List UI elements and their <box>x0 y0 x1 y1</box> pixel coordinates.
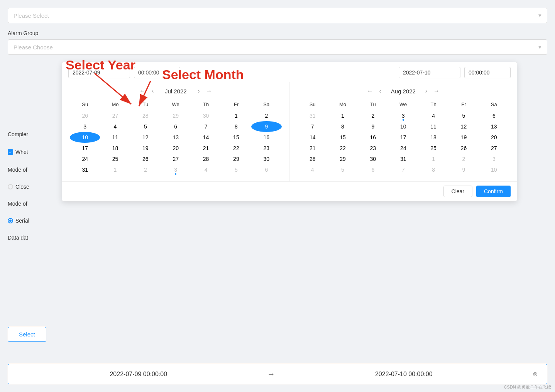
close-radio[interactable] <box>8 184 13 189</box>
whether-checkbox[interactable] <box>8 149 13 155</box>
calendar-day[interactable]: 31 <box>388 154 418 164</box>
start-time-input[interactable] <box>134 67 180 78</box>
calendar-day[interactable]: 27 <box>100 110 130 121</box>
calendar-day[interactable]: 29 <box>161 110 191 121</box>
calendar-day[interactable]: 8 <box>328 121 358 132</box>
calendar-day[interactable]: 22 <box>221 143 251 154</box>
calendar-day[interactable]: 6 <box>358 164 388 175</box>
calendar-day[interactable]: 4 <box>100 121 130 132</box>
calendar-day[interactable]: 19 <box>448 132 479 143</box>
serial-radio[interactable] <box>8 218 13 223</box>
calendar-day[interactable]: 11 <box>100 132 130 143</box>
calendar-day[interactable]: 25 <box>100 154 130 164</box>
calendar-day[interactable]: 1 <box>221 110 251 121</box>
calendar-day[interactable]: 13 <box>161 132 191 143</box>
calendar-day[interactable]: 5 <box>221 164 251 175</box>
calendar-day[interactable]: 22 <box>328 143 358 154</box>
calendar-day[interactable]: 30 <box>358 154 388 164</box>
start-date-input[interactable] <box>68 67 130 78</box>
calendar-day[interactable]: 7 <box>298 121 328 132</box>
calendar-day[interactable]: 12 <box>130 132 161 143</box>
confirm-button[interactable]: Confirm <box>476 186 511 197</box>
calendar-day[interactable]: 29 <box>221 154 251 164</box>
calendar-day[interactable]: 10 <box>388 121 418 132</box>
calendar-day[interactable]: 13 <box>479 121 509 132</box>
calendar-day[interactable]: 28 <box>130 110 161 121</box>
calendar-day[interactable]: 29 <box>328 154 358 164</box>
calendar-day[interactable]: 12 <box>448 121 479 132</box>
calendar-day[interactable]: 5 <box>328 164 358 175</box>
calendar-day[interactable]: 18 <box>418 132 448 143</box>
calendar-day[interactable]: 26 <box>130 154 161 164</box>
end-time-input[interactable] <box>464 67 511 78</box>
calendar-day[interactable]: 28 <box>298 154 328 164</box>
left-cal-prev-month[interactable]: ‹ <box>150 87 155 95</box>
calendar-day[interactable]: 23 <box>358 143 388 154</box>
calendar-day[interactable]: 15 <box>221 132 251 143</box>
calendar-day[interactable]: 26 <box>70 110 100 121</box>
right-cal-prev-month[interactable]: ‹ <box>377 87 382 95</box>
calendar-day[interactable]: 24 <box>70 154 100 164</box>
calendar-day[interactable]: 24 <box>388 143 418 154</box>
right-cal-prev-year[interactable]: ← <box>365 87 374 95</box>
close-item[interactable]: Close <box>8 184 58 190</box>
calendar-day[interactable]: 6 <box>251 164 281 175</box>
calendar-day[interactable]: 2 <box>251 110 281 121</box>
clear-button[interactable]: Clear <box>443 186 472 197</box>
calendar-day[interactable]: 27 <box>161 154 191 164</box>
right-cal-next-month[interactable]: › <box>424 87 429 95</box>
calendar-day[interactable]: 19 <box>130 143 161 154</box>
calendar-day[interactable]: 3 <box>161 164 191 175</box>
calendar-day[interactable]: 26 <box>448 143 479 154</box>
calendar-day[interactable]: 15 <box>328 132 358 143</box>
calendar-day[interactable]: 27 <box>479 143 509 154</box>
calendar-day[interactable]: 9 <box>358 121 388 132</box>
calendar-day[interactable]: 31 <box>298 110 328 121</box>
bottom-bar-close[interactable]: ⊗ <box>533 370 538 378</box>
calendar-day[interactable]: 20 <box>161 143 191 154</box>
calendar-day[interactable]: 7 <box>388 164 418 175</box>
calendar-day[interactable]: 3 <box>479 154 509 164</box>
calendar-day[interactable]: 2 <box>448 154 479 164</box>
calendar-day[interactable]: 25 <box>418 143 448 154</box>
calendar-day[interactable]: 17 <box>70 143 100 154</box>
end-date-input[interactable] <box>399 67 460 78</box>
calendar-day[interactable]: 18 <box>100 143 130 154</box>
whether-item[interactable]: Whet <box>8 149 58 155</box>
calendar-day[interactable]: 6 <box>161 121 191 132</box>
calendar-day[interactable]: 5 <box>448 110 479 121</box>
calendar-day[interactable]: 16 <box>251 132 281 143</box>
calendar-day[interactable]: 8 <box>221 121 251 132</box>
calendar-day[interactable]: 6 <box>479 110 509 121</box>
calendar-day[interactable]: 8 <box>418 164 448 175</box>
calendar-day[interactable]: 3 <box>70 121 100 132</box>
calendar-day[interactable]: 16 <box>358 132 388 143</box>
calendar-day[interactable]: 1 <box>418 154 448 164</box>
calendar-day[interactable]: 7 <box>191 121 221 132</box>
select-button[interactable]: Select <box>8 327 46 342</box>
calendar-day[interactable]: 9 <box>251 121 281 132</box>
calendar-day[interactable]: 2 <box>358 110 388 121</box>
left-cal-next-year[interactable]: → <box>205 87 214 95</box>
alarm-group-dropdown[interactable]: Please Choose ▾ <box>8 39 547 55</box>
calendar-day[interactable]: 4 <box>418 110 448 121</box>
left-cal-next-month[interactable]: › <box>196 87 201 95</box>
calendar-day[interactable]: 1 <box>328 110 358 121</box>
right-cal-next-year[interactable]: → <box>432 87 441 95</box>
calendar-day[interactable]: 2 <box>130 164 161 175</box>
calendar-day[interactable]: 21 <box>191 143 221 154</box>
calendar-day[interactable]: 4 <box>191 164 221 175</box>
calendar-day[interactable]: 30 <box>251 154 281 164</box>
calendar-day[interactable]: 30 <box>191 110 221 121</box>
calendar-day[interactable]: 3 <box>388 110 418 121</box>
calendar-day[interactable]: 14 <box>298 132 328 143</box>
calendar-day[interactable]: 20 <box>479 132 509 143</box>
serial-item[interactable]: Serial <box>8 218 58 224</box>
calendar-day[interactable]: 1 <box>100 164 130 175</box>
calendar-day[interactable]: 21 <box>298 143 328 154</box>
calendar-day[interactable]: 10 <box>479 164 509 175</box>
calendar-day[interactable]: 23 <box>251 143 281 154</box>
calendar-day[interactable]: 4 <box>298 164 328 175</box>
calendar-day[interactable]: 9 <box>448 164 479 175</box>
calendar-day[interactable]: 14 <box>191 132 221 143</box>
